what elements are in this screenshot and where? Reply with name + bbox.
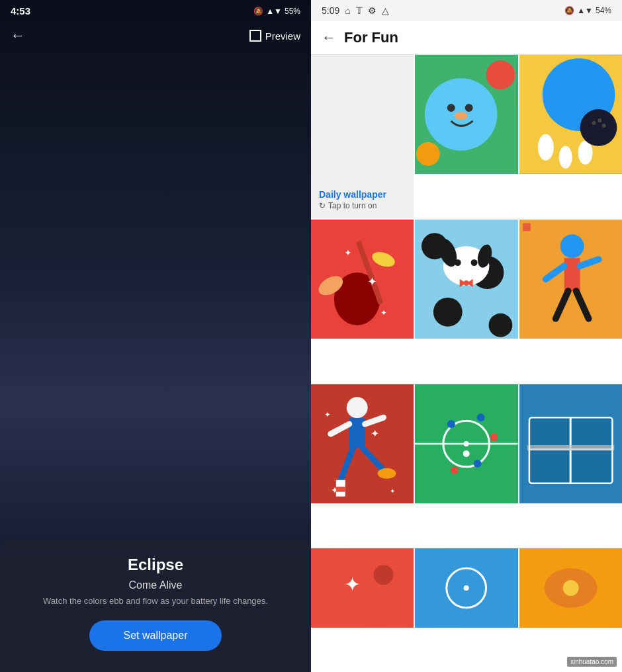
page-title: For Fun xyxy=(344,29,398,46)
twitter-icon: 𝕋 xyxy=(356,5,363,16)
left-status-bar: 4:53 🔕 ▲▼ 55% xyxy=(0,0,311,22)
right-panel: 5:09 ⌂ 𝕋 ⚙ △ 🔕 ▲▼ 54% ← For Fun Daily wa… xyxy=(311,0,622,672)
left-back-button[interactable]: ← xyxy=(11,27,25,44)
svg-text:✦: ✦ xyxy=(367,275,377,288)
wallpaper-cell-5[interactable] xyxy=(519,220,622,339)
signal-icon: ▲▼ xyxy=(266,7,282,16)
battery-icon: 55% xyxy=(285,7,300,16)
svg-point-13 xyxy=(592,121,596,125)
right-status-bar: 5:09 ⌂ 𝕋 ⚙ △ 🔕 ▲▼ 54% xyxy=(311,0,622,21)
svg-point-3 xyxy=(465,104,473,112)
svg-rect-75 xyxy=(311,549,414,628)
right-bell-off-icon: 🔕 xyxy=(564,6,574,15)
svg-point-64 xyxy=(477,413,485,421)
wallpaper-description: Watch the colors ebb and flow as your ba… xyxy=(21,595,290,607)
svg-point-66 xyxy=(451,466,459,474)
home-icon: ⌂ xyxy=(345,5,350,16)
svg-point-11 xyxy=(578,141,592,165)
svg-point-27 xyxy=(433,298,463,327)
settings-icon: ⚙ xyxy=(368,5,377,16)
svg-text:✦: ✦ xyxy=(371,428,379,439)
right-status-left: 5:09 ⌂ 𝕋 ⚙ △ xyxy=(322,5,389,16)
svg-point-15 xyxy=(601,124,605,128)
right-back-button[interactable]: ← xyxy=(322,29,336,46)
left-time: 4:53 xyxy=(11,5,30,17)
wallpaper-cell-3[interactable]: ✦ ✦ ✦ xyxy=(311,220,414,339)
svg-point-65 xyxy=(490,433,498,441)
svg-point-46 xyxy=(347,397,368,418)
svg-text:✦: ✦ xyxy=(344,573,361,595)
svg-point-36 xyxy=(464,280,469,286)
left-panel: 4:53 🔕 ▲▼ 55% ← Preview Eclipse Come Ali… xyxy=(0,0,311,672)
wallpaper-preview-area xyxy=(0,50,311,540)
svg-point-80 xyxy=(464,585,469,591)
svg-point-32 xyxy=(455,259,461,266)
svg-point-2 xyxy=(447,104,455,112)
svg-point-52 xyxy=(378,468,396,478)
svg-point-5 xyxy=(486,60,515,89)
svg-point-12 xyxy=(580,109,617,146)
daily-wallpaper-label: Daily wallpaper xyxy=(319,189,406,200)
wallpaper-cell-2[interactable] xyxy=(519,55,622,174)
wallpaper-grid: Daily wallpaper ↻ Tap to turn on xyxy=(311,55,622,672)
svg-rect-39 xyxy=(564,258,580,291)
svg-point-14 xyxy=(598,118,601,122)
svg-rect-73 xyxy=(527,444,614,450)
svg-text:✦: ✦ xyxy=(390,487,395,494)
svg-point-28 xyxy=(489,314,513,337)
wallpaper-cell-4[interactable] xyxy=(415,220,517,339)
svg-text:✦: ✦ xyxy=(380,308,387,317)
right-status-icons: 🔕 ▲▼ 54% xyxy=(564,6,611,15)
daily-wallpaper-card[interactable]: Daily wallpaper ↻ Tap to turn on xyxy=(311,55,414,218)
wallpaper-cell-8[interactable] xyxy=(519,384,622,503)
cloud-icon: △ xyxy=(382,5,389,16)
wallpaper-cell-6[interactable]: ✦ ✦ ✦ ✦ xyxy=(311,384,414,503)
svg-point-63 xyxy=(447,420,455,428)
svg-point-68 xyxy=(463,450,470,456)
svg-rect-44 xyxy=(523,223,531,231)
svg-text:✦: ✦ xyxy=(324,410,331,419)
bottom-sheet: Eclipse Come Alive Watch the colors ebb … xyxy=(0,540,311,672)
wallpaper-cell-10[interactable] xyxy=(415,548,517,628)
svg-point-38 xyxy=(560,234,584,258)
wallpaper-title: Eclipse xyxy=(21,556,290,574)
wallpaper-cell-9[interactable]: ✦ xyxy=(311,548,414,628)
tap-to-turn-on[interactable]: ↻ Tap to turn on xyxy=(319,201,406,210)
refresh-icon: ↻ xyxy=(319,201,326,210)
svg-point-9 xyxy=(538,134,554,161)
right-signal-icon: ▲▼ xyxy=(577,6,593,15)
svg-rect-58 xyxy=(336,486,345,491)
preview-icon xyxy=(249,30,261,42)
set-wallpaper-button[interactable]: Set wallpaper xyxy=(89,620,222,651)
wallpaper-subtitle: Come Alive xyxy=(21,579,290,591)
wallpaper-cell-1[interactable] xyxy=(415,55,517,174)
svg-text:✦: ✦ xyxy=(344,247,352,258)
watermark: xinhuatao.com xyxy=(567,657,617,667)
right-time: 5:09 xyxy=(322,5,339,16)
left-top-bar: ← Preview xyxy=(0,22,311,50)
wallpaper-cell-7[interactable] xyxy=(415,384,517,503)
right-top-bar: ← For Fun xyxy=(311,21,622,55)
svg-point-77 xyxy=(374,565,394,585)
svg-point-67 xyxy=(474,459,482,467)
right-battery-icon: 54% xyxy=(596,6,611,15)
preview-button[interactable]: Preview xyxy=(249,30,300,42)
wallpaper-cell-11[interactable] xyxy=(519,548,622,628)
svg-point-6 xyxy=(416,142,440,166)
svg-point-4 xyxy=(455,112,468,120)
svg-point-33 xyxy=(471,259,478,266)
bell-off-icon: 🔕 xyxy=(253,7,263,16)
preview-label: Preview xyxy=(265,30,300,42)
svg-point-83 xyxy=(562,580,578,596)
svg-point-10 xyxy=(558,146,572,169)
left-status-icons: 🔕 ▲▼ 55% xyxy=(253,7,300,16)
